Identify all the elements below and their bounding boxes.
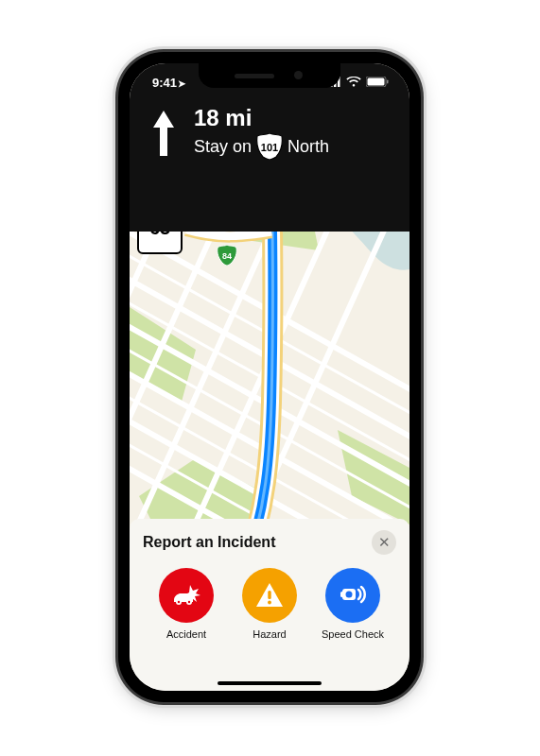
map-route-shield: 84 xyxy=(217,245,237,266)
svg-point-32 xyxy=(188,601,190,603)
nav-distance: 18 mi xyxy=(194,107,394,129)
phone-frame: 9:41➤ xyxy=(118,52,421,702)
us-route-shield-icon: 101 xyxy=(255,133,284,160)
accident-icon xyxy=(159,568,214,623)
screen: 9:41➤ xyxy=(130,63,409,691)
direction-arrow-icon xyxy=(143,107,184,232)
home-indicator[interactable] xyxy=(218,681,322,685)
status-time-wrap: 9:41➤ xyxy=(152,76,185,90)
status-time: 9:41 xyxy=(152,76,177,90)
hazard-icon xyxy=(242,568,297,623)
incident-label: Speed Check xyxy=(315,628,391,640)
wifi-icon xyxy=(346,76,361,90)
location-services-icon: ➤ xyxy=(178,78,185,89)
nav-instruction-post: North xyxy=(287,137,329,157)
svg-point-37 xyxy=(346,592,353,598)
route-number: 101 xyxy=(261,142,278,153)
svg-rect-6 xyxy=(387,79,389,83)
incident-label: Hazard xyxy=(232,628,307,640)
phone-power-button xyxy=(421,213,427,279)
svg-point-34 xyxy=(268,601,271,605)
incident-label: Accident xyxy=(148,628,224,640)
svg-rect-5 xyxy=(368,77,385,85)
close-button[interactable]: ✕ xyxy=(372,530,396,555)
map-route-number: 84 xyxy=(217,246,237,266)
nav-instruction: Stay on 101 North xyxy=(194,133,394,160)
notch xyxy=(199,63,340,88)
svg-rect-36 xyxy=(340,592,343,597)
report-incident-sheet: Report an Incident ✕ xyxy=(130,519,409,691)
sheet-title: Report an Incident xyxy=(143,534,275,551)
incident-accident-button[interactable]: Accident xyxy=(148,568,224,640)
battery-icon xyxy=(366,76,389,90)
nav-instruction-pre: Stay on xyxy=(194,137,252,157)
speed-check-icon xyxy=(325,568,380,623)
svg-point-31 xyxy=(178,601,180,603)
svg-rect-33 xyxy=(268,591,270,599)
incident-speedcheck-button[interactable]: Speed Check xyxy=(315,568,391,640)
map-view[interactable]: SPEED LIMIT 65 84 xyxy=(130,188,409,530)
incident-hazard-button[interactable]: Hazard xyxy=(232,568,307,640)
close-icon: ✕ xyxy=(378,534,391,551)
